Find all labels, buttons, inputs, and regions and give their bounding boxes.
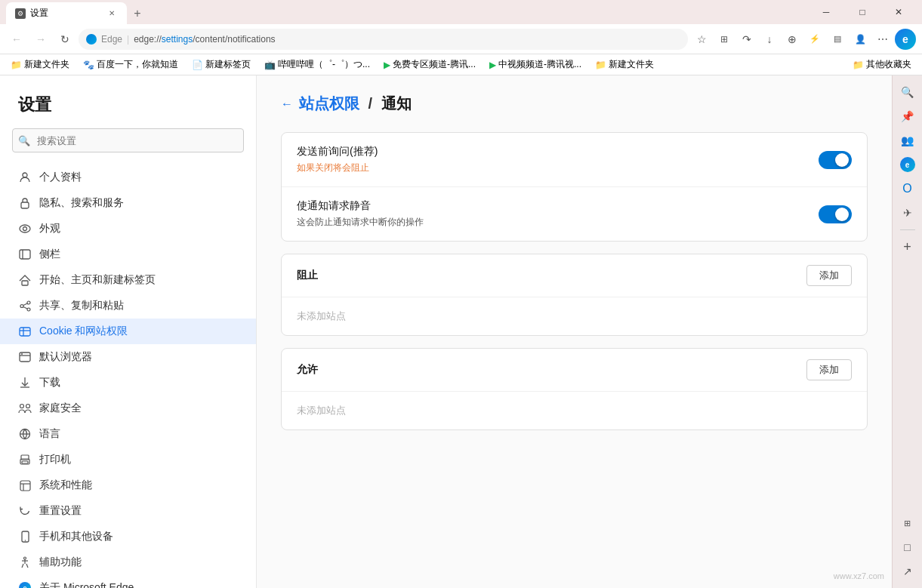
- read-aloud-button[interactable]: ▤: [827, 29, 848, 50]
- sidebar-item-download[interactable]: 下载: [0, 370, 256, 396]
- sidebar-item-family[interactable]: 家庭安全: [0, 396, 256, 421]
- new-tab-button[interactable]: +: [127, 3, 148, 24]
- sidebar-item-sidebar[interactable]: 侧栏: [0, 242, 256, 267]
- sidebar-item-privacy[interactable]: 隐私、搜索和服务: [0, 190, 256, 216]
- svg-rect-26: [22, 461, 28, 463]
- performance-button[interactable]: ⚡: [804, 29, 825, 50]
- favorites-button[interactable]: ☆: [691, 29, 712, 50]
- more-button[interactable]: ⋯: [872, 29, 893, 50]
- ask-before-send-title: 发送前询问(推荐): [297, 145, 378, 159]
- sidebar-item-cookies[interactable]: Cookie 和网站权限: [0, 319, 256, 344]
- sidebar-item-accessibility[interactable]: 辅助功能: [0, 550, 256, 575]
- right-collections-icon[interactable]: 👥: [897, 130, 918, 151]
- sidebar-item-system[interactable]: 系统和性能: [0, 473, 256, 498]
- family-icon: [18, 402, 32, 415]
- search-icon: 🔍: [18, 135, 30, 146]
- ask-before-send-info: 发送前询问(推荐) 如果关闭将会阻止: [297, 145, 378, 174]
- ask-before-send-toggle[interactable]: [819, 151, 852, 169]
- sidebar-item-label: 家庭安全: [39, 402, 82, 415]
- allow-add-button[interactable]: 添加: [806, 359, 852, 380]
- bookmark-newtab[interactable]: 📄 新建标签页: [187, 57, 255, 72]
- bookmark-label: 新建标签页: [205, 58, 251, 71]
- sidebar-item-label: 个人资料: [39, 171, 82, 184]
- refresh-button[interactable]: ↻: [54, 29, 76, 50]
- sidebar-item-label: 侧栏: [39, 248, 60, 261]
- right-window-icon[interactable]: □: [897, 537, 918, 558]
- svg-point-3: [23, 227, 27, 231]
- close-button[interactable]: ✕: [881, 0, 916, 24]
- sidebar-item-label: 关于 Microsoft Edge: [39, 581, 134, 588]
- sidebar-item-label: 辅助功能: [39, 556, 82, 569]
- svg-point-2: [20, 225, 30, 232]
- bookmark-tencent2-icon: ▶: [489, 60, 496, 70]
- sidebar-item-newtab[interactable]: 开始、主页和新建标签页: [0, 267, 256, 293]
- tab-favicon: ⚙: [15, 8, 26, 19]
- right-grid-icon[interactable]: ⊞: [897, 513, 918, 534]
- sidebar-item-language[interactable]: 语言: [0, 421, 256, 447]
- bookmark-tencent2[interactable]: ▶ 中视频频道-腾讯视...: [485, 57, 586, 72]
- ask-before-send-subtitle: 如果关闭将会阻止: [297, 162, 378, 174]
- sidebar-item-profile[interactable]: 个人资料: [0, 165, 256, 190]
- back-arrow[interactable]: ←: [281, 97, 293, 111]
- block-section: 阻止 添加 未添加站点: [281, 254, 868, 336]
- phone-icon: [18, 530, 32, 543]
- maximize-button[interactable]: □: [845, 0, 880, 24]
- forward-button[interactable]: →: [30, 29, 51, 50]
- bookmark-folder-2[interactable]: 📁 新建文件夹: [591, 57, 658, 72]
- address-bar[interactable]: Edge | edge://settings/content/notificat…: [79, 29, 688, 50]
- tab-close-button[interactable]: ✕: [106, 8, 118, 20]
- history-button[interactable]: ↷: [736, 29, 757, 50]
- bookmark-label: 百度一下，你就知道: [97, 58, 178, 71]
- bookmark-baidu[interactable]: 🐾 百度一下，你就知道: [79, 57, 183, 72]
- sidebar-item-share[interactable]: 共享、复制和粘贴: [0, 293, 256, 319]
- sidebar-item-print[interactable]: 打印机: [0, 447, 256, 473]
- extensions-button[interactable]: ⊕: [782, 29, 803, 50]
- breadcrumb-parent[interactable]: 站点权限: [299, 95, 359, 112]
- svg-point-32: [24, 557, 26, 559]
- about-icon: e: [18, 581, 32, 588]
- minimize-button[interactable]: ─: [809, 0, 843, 24]
- print-icon: [18, 453, 32, 466]
- sidebar-item-label: 下载: [39, 376, 60, 389]
- block-title: 阻止: [297, 269, 318, 282]
- bookmark-folder-1[interactable]: 📁 新建文件夹: [6, 57, 74, 72]
- right-telegram-icon[interactable]: ✈: [897, 202, 918, 223]
- bookmark-folder2-icon: 📁: [595, 60, 606, 70]
- svg-rect-6: [22, 281, 28, 285]
- bookmark-bilibili[interactable]: 📺 哔哩哔哩（゜-゜）つ...: [260, 57, 375, 72]
- right-external-icon[interactable]: ↗: [897, 561, 918, 582]
- downloads-button[interactable]: ↓: [759, 29, 780, 50]
- svg-point-21: [26, 405, 30, 408]
- active-tab[interactable]: ⚙ 设置 ✕: [6, 2, 127, 24]
- bookmark-tencent1[interactable]: ▶ 免费专区频道-腾讯...: [379, 57, 480, 72]
- allow-title: 允许: [297, 363, 318, 377]
- right-favorites-icon[interactable]: 📌: [897, 106, 918, 127]
- svg-point-0: [23, 173, 27, 177]
- right-search-icon[interactable]: 🔍: [897, 82, 918, 103]
- search-input[interactable]: [12, 128, 244, 152]
- bookmark-other-folders[interactable]: 📁 其他收藏夹: [848, 57, 916, 72]
- ask-before-send-row: 发送前询问(推荐) 如果关闭将会阻止: [282, 133, 867, 187]
- bookmark-label: 其他收藏夹: [866, 58, 911, 71]
- sidebar-item-browser[interactable]: 默认浏览器: [0, 344, 256, 370]
- bookmark-label: 中视频频道-腾讯视...: [498, 58, 581, 71]
- mute-notifications-row: 使通知请求静音 这会防止通知请求中断你的操作: [282, 187, 867, 241]
- right-add-icon[interactable]: +: [897, 236, 918, 257]
- allow-empty: 未添加站点: [282, 392, 867, 429]
- sidebar-item-phone[interactable]: 手机和其他设备: [0, 524, 256, 550]
- back-button[interactable]: ←: [6, 29, 27, 50]
- right-edge-icon[interactable]: e: [897, 154, 918, 175]
- profile-button[interactable]: 👤: [850, 29, 871, 50]
- sidebar-item-about[interactable]: e 关于 Microsoft Edge: [0, 575, 256, 588]
- sidebar-item-label: 打印机: [39, 453, 71, 466]
- right-panel-divider: [900, 229, 915, 230]
- tab-strip: ⚙ 设置 ✕ +: [6, 0, 148, 24]
- right-outlook-icon[interactable]: O: [897, 178, 918, 199]
- mute-notifications-toggle[interactable]: [819, 205, 852, 223]
- block-add-button[interactable]: 添加: [806, 265, 852, 286]
- collections-button[interactable]: ⊞: [714, 29, 735, 50]
- sidebar-item-reset[interactable]: 重置设置: [0, 498, 256, 524]
- sidebar-item-appearance[interactable]: 外观: [0, 216, 256, 242]
- edge-icon[interactable]: e: [895, 29, 916, 50]
- page-header: ← 站点权限 / 通知: [281, 94, 868, 114]
